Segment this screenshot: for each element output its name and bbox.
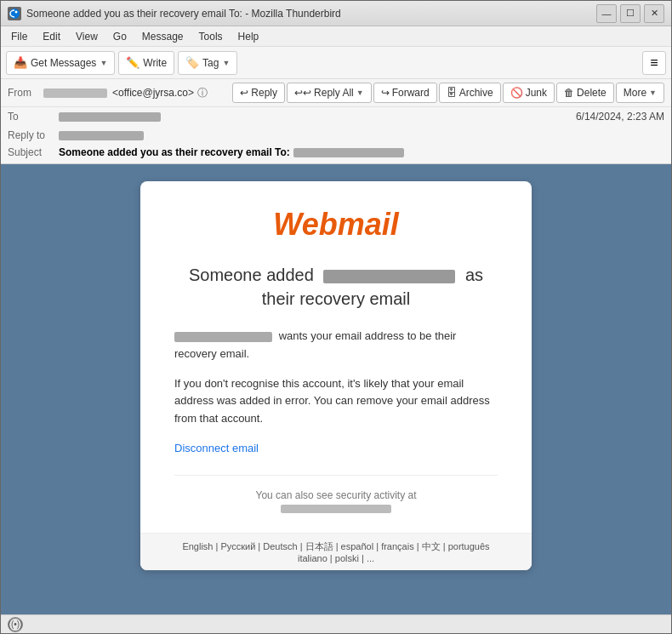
get-messages-icon: 📥 bbox=[14, 56, 27, 69]
webmail-logo-text: Webmail bbox=[273, 207, 398, 242]
junk-icon: 🚫 bbox=[510, 87, 523, 99]
archive-button[interactable]: 🗄 Archive bbox=[439, 83, 501, 103]
security-blurred bbox=[281, 505, 391, 513]
lang-japanese[interactable]: 日本語 bbox=[305, 541, 333, 551]
menu-item-go[interactable]: Go bbox=[106, 29, 134, 44]
lang-french[interactable]: français bbox=[381, 541, 414, 551]
lang-polish[interactable]: polski bbox=[335, 553, 359, 563]
body-blurred-1 bbox=[174, 332, 272, 342]
lang-german[interactable]: Deutsch bbox=[263, 541, 297, 551]
menu-item-edit[interactable]: Edit bbox=[36, 29, 67, 44]
lang-more[interactable]: ... bbox=[367, 553, 374, 563]
body-paragraph-2: If you don't recognise this account, it'… bbox=[174, 375, 498, 428]
forward-icon: ↪ bbox=[381, 87, 390, 99]
menu-item-view[interactable]: View bbox=[69, 29, 105, 44]
minimize-button[interactable]: — bbox=[596, 4, 617, 23]
lang-spanish[interactable]: español bbox=[341, 541, 374, 551]
action-buttons: ↩ Reply ↩↩ Reply All ▼ ↪ Forward 🗄 Archi… bbox=[232, 83, 664, 103]
delete-button[interactable]: 🗑 Delete bbox=[556, 83, 614, 103]
toolbar-menu-button[interactable]: ≡ bbox=[642, 51, 666, 75]
from-blurred bbox=[43, 89, 107, 98]
body-paragraph-1: wants your email address to be their rec… bbox=[174, 328, 498, 363]
subject-prefix: Someone added you as their recovery emai… bbox=[59, 146, 290, 158]
statusbar: ((•)) bbox=[1, 614, 671, 633]
window-title: Someone added you as their recovery emai… bbox=[26, 8, 341, 20]
title-blurred bbox=[323, 270, 455, 283]
to-row: To 6/14/2024, 2:23 AM bbox=[1, 107, 671, 126]
more-dropdown[interactable]: ▼ bbox=[649, 89, 657, 97]
email-card-title: Someone added as their recovery email bbox=[174, 263, 498, 311]
titlebar-left: Someone added you as their recovery emai… bbox=[8, 7, 341, 20]
subject-row: Subject Someone added you as their recov… bbox=[1, 145, 671, 163]
reply-all-dropdown[interactable]: ▼ bbox=[356, 89, 364, 97]
thunderbird-icon bbox=[8, 7, 21, 20]
close-button[interactable]: ✕ bbox=[644, 4, 664, 23]
reply-all-icon: ↩↩ bbox=[294, 87, 311, 99]
email-card: Webmail Someone added as their recovery … bbox=[140, 181, 532, 570]
menu-item-help[interactable]: Help bbox=[231, 29, 266, 44]
body-disconnect: Disconnect email bbox=[174, 440, 498, 458]
junk-button[interactable]: 🚫 Junk bbox=[503, 83, 555, 103]
from-email: <office@jyrsa.co> bbox=[112, 87, 194, 99]
menu-item-tools[interactable]: Tools bbox=[192, 29, 230, 44]
connection-icon: ((•)) bbox=[8, 617, 23, 632]
language-bar: English | Русский | Deutsch | 日本語 | espa… bbox=[140, 533, 532, 570]
lang-portuguese[interactable]: português bbox=[448, 541, 490, 551]
email-action-bar: From <office@jyrsa.co> ⓘ ↩ Reply ↩↩ Repl… bbox=[1, 79, 671, 164]
main-window: Someone added you as their recovery emai… bbox=[0, 0, 672, 634]
lang-chinese[interactable]: 中文 bbox=[422, 541, 441, 551]
email-body-area: HIT Webmail Someone added as their recov… bbox=[1, 164, 671, 614]
reply-to-blurred bbox=[59, 131, 144, 140]
reply-all-button[interactable]: ↩↩ Reply All ▼ bbox=[287, 83, 372, 103]
get-messages-dropdown-arrow[interactable]: ▼ bbox=[100, 59, 107, 67]
lang-russian[interactable]: Русский bbox=[220, 541, 255, 551]
menu-item-file[interactable]: File bbox=[4, 29, 34, 44]
get-messages-button[interactable]: 📥 Get Messages ▼ bbox=[6, 51, 115, 75]
tag-button[interactable]: 🏷️ Tag ▼ bbox=[178, 51, 237, 75]
webmail-logo: Webmail bbox=[174, 207, 498, 243]
lang-italian[interactable]: italiano bbox=[298, 553, 327, 563]
titlebar: Someone added you as their recovery emai… bbox=[1, 1, 671, 26]
reply-button[interactable]: ↩ Reply bbox=[232, 83, 285, 103]
write-icon: ✏️ bbox=[126, 56, 140, 69]
forward-button[interactable]: ↪ Forward bbox=[373, 83, 437, 103]
more-button[interactable]: More ▼ bbox=[616, 83, 664, 103]
write-button[interactable]: ✏️ Write bbox=[118, 51, 174, 75]
to-blurred bbox=[59, 112, 161, 122]
disconnect-link[interactable]: Disconnect email bbox=[174, 442, 259, 454]
email-card-body: wants your email address to be their rec… bbox=[174, 328, 498, 458]
svg-point-1 bbox=[15, 10, 18, 13]
reply-icon: ↩ bbox=[240, 87, 248, 99]
maximize-button[interactable]: ☐ bbox=[620, 4, 641, 23]
delete-icon: 🗑 bbox=[564, 87, 574, 99]
reply-to-row: Reply to bbox=[1, 126, 671, 145]
tag-dropdown-arrow[interactable]: ▼ bbox=[222, 59, 230, 67]
archive-icon: 🗄 bbox=[447, 87, 457, 99]
menubar: FileEditViewGoMessageToolsHelp bbox=[1, 26, 671, 47]
menu-item-message[interactable]: Message bbox=[135, 29, 191, 44]
lang-english[interactable]: English bbox=[182, 541, 213, 551]
window-controls: — ☐ ✕ bbox=[596, 4, 664, 23]
from-label: From bbox=[8, 87, 42, 99]
tag-icon: 🏷️ bbox=[185, 56, 199, 69]
verify-icon: ⓘ bbox=[197, 86, 208, 100]
security-section: You can also see security activity at bbox=[174, 475, 498, 516]
subject-blurred bbox=[293, 148, 404, 157]
toolbar: 📥 Get Messages ▼ ✏️ Write 🏷️ Tag ▼ ≡ bbox=[1, 47, 671, 79]
